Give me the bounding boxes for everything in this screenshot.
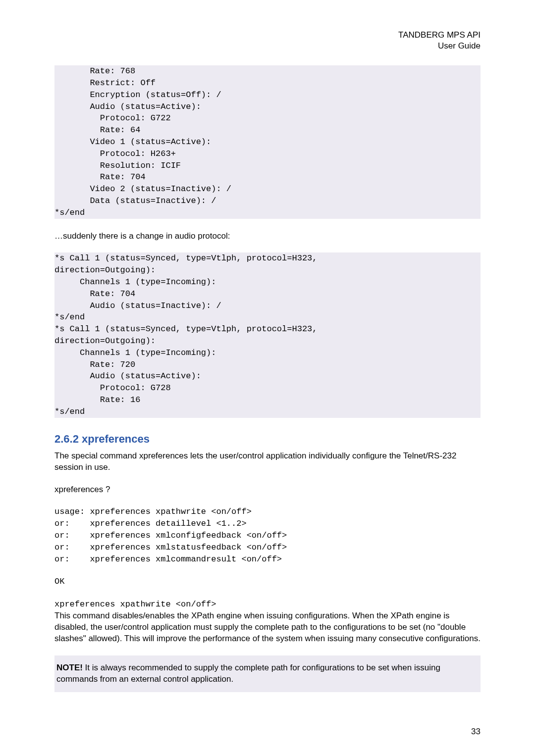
paragraph-1: …suddenly there is a change in audio pro… xyxy=(54,231,481,242)
page-header: TANDBERG MPS API User Guide xyxy=(54,30,481,51)
paragraph-2: The special command xpreferences lets th… xyxy=(54,451,481,473)
header-line-2: User Guide xyxy=(438,41,481,50)
header-line-1: TANDBERG MPS API xyxy=(398,30,481,40)
note-text: It is always recommended to supply the c… xyxy=(56,663,440,684)
ok-text: OK xyxy=(54,576,481,588)
command-line: xpreferences xpathwrite <on/off> xyxy=(54,599,481,610)
note-box: NOTE! It is always recommended to supply… xyxy=(54,655,481,692)
note-label: NOTE! xyxy=(56,663,83,672)
paragraph-4: This command disables/enables the XPath … xyxy=(54,610,481,645)
section-heading: 2.6.2 xpreferences xyxy=(54,433,481,446)
code-block-2: *s Call 1 (status=Synced, type=Vtlph, pr… xyxy=(54,252,481,417)
page-number: 33 xyxy=(54,727,481,737)
code-block-1: Rate: 768 Restrict: Off Encryption (stat… xyxy=(54,65,481,218)
paragraph-3: xpreferences ? xyxy=(54,484,481,496)
code-block-3: usage: xpreferences xpathwrite <on/off> … xyxy=(54,506,481,565)
